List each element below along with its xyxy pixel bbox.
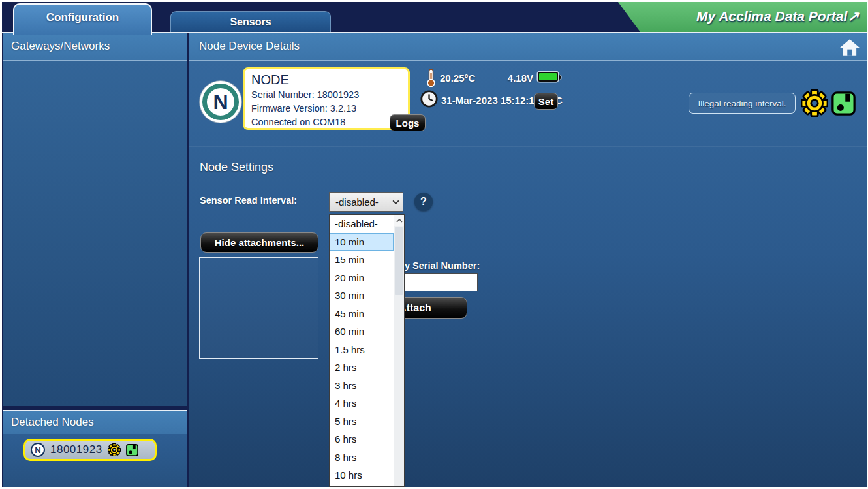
logs-button[interactable]: Logs [390, 114, 426, 131]
section-divider [189, 146, 867, 146]
interval-option[interactable]: 10 hrs [330, 466, 394, 484]
set-time-button-label: Set [538, 96, 553, 107]
gateways-networks-list[interactable] [3, 61, 187, 406]
sensor-read-interval-select[interactable]: -disabled- [329, 192, 403, 212]
hide-attachments-label: Hide attachments... [215, 237, 305, 248]
attachments-list-box[interactable] [199, 257, 318, 359]
node-logo-icon-large: N [200, 81, 241, 123]
dropdown-scrollbar[interactable] [394, 215, 404, 486]
detached-nodes-list: N 18001923 [3, 434, 187, 487]
interval-option[interactable]: 30 min [330, 287, 394, 305]
dropdown-scrollbar-thumb[interactable] [395, 227, 403, 295]
interval-option[interactable]: 45 min [330, 305, 394, 323]
device-settings-gear-icon[interactable] [801, 89, 828, 117]
external-link-icon: ↗ [847, 8, 859, 24]
main-body: N NODE Serial Number: 18001923 Firmware … [189, 61, 867, 487]
scroll-up-arrow-icon[interactable] [394, 215, 404, 226]
node-settings-gear-icon[interactable] [108, 443, 121, 456]
tab-configuration[interactable]: Configuration [13, 3, 152, 35]
logs-button-label: Logs [396, 118, 420, 129]
interval-option[interactable]: 3 hrs [330, 377, 394, 395]
detached-nodes-header: Detached Nodes [3, 410, 187, 434]
status-message-text: Illegal reading interval. [698, 99, 786, 108]
clock-icon [420, 90, 438, 108]
hide-attachments-button[interactable]: Hide attachments... [200, 232, 318, 253]
interval-option[interactable]: 8 hrs [330, 449, 394, 467]
device-connection: Connected on COM18 [251, 116, 401, 129]
interval-option[interactable]: 6 hrs [330, 430, 394, 449]
detached-node-serial: 18001923 [50, 443, 102, 456]
device-name: NODE [251, 72, 401, 88]
status-message: Illegal reading interval. [689, 93, 796, 114]
interval-option[interactable]: 1.5 hrs [330, 341, 394, 359]
temperature-reading: 20.25°C [440, 72, 475, 84]
interval-option[interactable]: 2 hrs [330, 358, 394, 377]
chevron-down-icon [392, 200, 399, 204]
node-device-details-header: Node Device Details [189, 32, 867, 61]
home-icon[interactable] [839, 37, 860, 58]
detached-nodes-title: Detached Nodes [11, 416, 94, 428]
node-info-box: NODE Serial Number: 18001923 Firmware Ve… [243, 67, 410, 130]
interval-dropdown-options: -disabled-10 min15 min20 min30 min45 min… [330, 215, 394, 486]
gateways-networks-header: Gateways/Networks [3, 32, 187, 61]
interval-option[interactable]: 20 min [330, 269, 394, 287]
help-question-mark: ? [420, 196, 427, 208]
device-serial: Serial Number: 18001923 [251, 88, 401, 102]
voltage-reading: 4.18V [495, 72, 533, 84]
sensor-read-interval-label: Sensor Read Interval: [200, 195, 297, 206]
node-save-floppy-icon[interactable] [126, 444, 138, 456]
interval-dropdown-list: -disabled-10 min15 min20 min30 min45 min… [329, 214, 405, 487]
tab-configuration-label: Configuration [46, 11, 119, 24]
app-window: My Acclima Data Portal↗ Configuration Se… [2, 2, 867, 487]
gateways-networks-title: Gateways/Networks [11, 40, 110, 52]
node-device-details-title: Node Device Details [199, 40, 300, 52]
portal-link-label: My Acclima Data Portal [696, 8, 847, 24]
attach-serial-number-label: y Serial Number: [405, 260, 480, 271]
tab-sensors[interactable]: Sensors [170, 11, 331, 33]
interval-option[interactable]: 5 hrs [330, 413, 394, 431]
set-time-button[interactable]: Set [534, 93, 558, 110]
interval-help-button[interactable]: ? [414, 193, 433, 211]
node-logo-letter: N [213, 90, 228, 114]
interval-option[interactable]: -disabled- [330, 215, 394, 233]
thermometer-icon [426, 69, 437, 87]
detached-node-item[interactable]: N 18001923 [23, 439, 157, 461]
device-firmware: Firmware Version: 3.2.13 [251, 102, 401, 116]
tab-sensors-label: Sensors [230, 16, 271, 27]
interval-option[interactable]: 15 min [330, 251, 394, 269]
battery-icon [538, 72, 558, 82]
interval-selected-value: -disabled- [335, 197, 379, 208]
device-save-floppy-icon[interactable] [831, 91, 856, 116]
interval-option[interactable]: 60 min [330, 323, 394, 341]
node-logo-icon: N [31, 443, 45, 457]
interval-option[interactable]: 4 hrs [330, 394, 394, 413]
portal-link[interactable]: My Acclima Data Portal↗ [618, 2, 867, 32]
interval-option[interactable]: 10 min [330, 233, 394, 251]
node-settings-heading: Node Settings [200, 161, 273, 174]
